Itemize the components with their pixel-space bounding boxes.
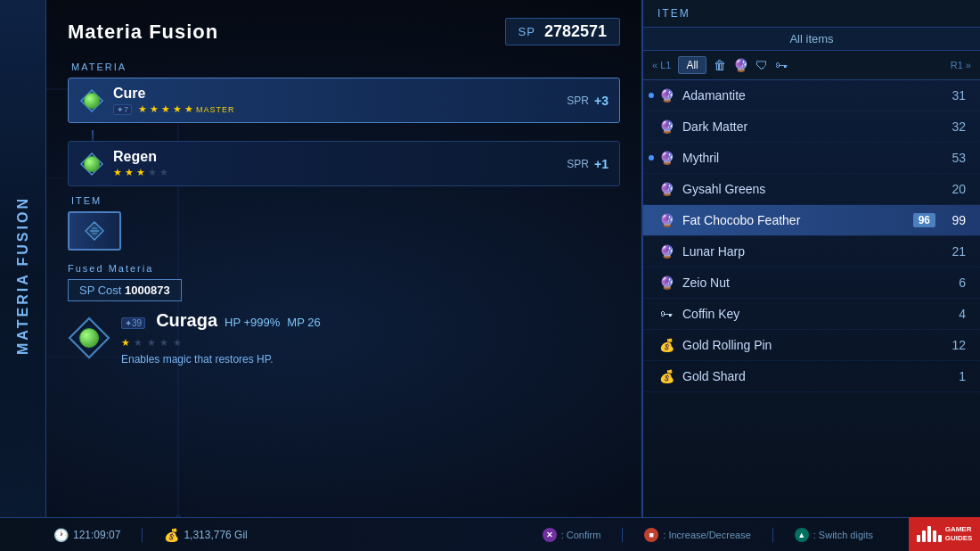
item-name-3: Gysahl Greens [682, 182, 939, 196]
increase-label: : Increase/Decrease [663, 530, 750, 540]
item-qty-badge-4: 96 [913, 213, 935, 227]
cure-info: Cure ✦7 ★ ★ ★ ★ ★ MASTER [113, 86, 567, 115]
separator-2 [622, 528, 623, 542]
separator-3 [772, 528, 773, 542]
item-name-4: Fat Chocobo Feather [682, 213, 913, 227]
item-row[interactable]: 🔮Adamantite31 [643, 80, 980, 111]
item-icon-7: 🗝 [657, 305, 675, 323]
filter-icon-shield[interactable]: 🛡 [755, 58, 768, 72]
sq-button-icon: ■ [644, 528, 658, 542]
item-row[interactable]: 🔮Mythril53 [643, 143, 980, 174]
watermark-text: GAMERGUIDES [945, 525, 973, 542]
sidebar: Materia Fusion [0, 0, 46, 551]
fused-result: ✦39 Curaga HP +999% MP 26 ★ ★ ★ ★ ★ Enab… [68, 310, 620, 366]
fused-orb [79, 328, 99, 348]
clock-icon: 🕐 [53, 528, 69, 542]
tri-button-icon: ▲ [795, 528, 809, 542]
item-qty-3: 20 [939, 182, 966, 196]
item-name-2: Mythril [682, 151, 939, 165]
item-row[interactable]: 💰Gold Shard1 [643, 361, 980, 392]
item-row[interactable]: 🔮Zeio Nut6 [643, 267, 980, 299]
materia-slot-cure[interactable]: Cure ✦7 ★ ★ ★ ★ ★ MASTER SPR +3 [68, 78, 620, 123]
item-qty-5: 21 [939, 244, 966, 259]
confirm-hint: ✕ : Confirm [543, 528, 601, 542]
nav-left[interactable]: « L1 [652, 60, 671, 70]
switch-label: : Switch digits [813, 530, 873, 540]
clock-value: 121:09:07 [73, 529, 120, 541]
item-name-9: Gold Shard [682, 369, 939, 383]
right-panel: ITEM All items « L1 All 🗑 🔮 🛡 🗝 R1 » 🔮Ad… [641, 0, 980, 517]
materia-diamond-cure [79, 88, 104, 113]
main-panel: Materia Fusion SP 2782571 MATERIA Cure ✦… [46, 0, 641, 517]
item-dot [649, 155, 654, 160]
cure-stat-value: +3 [594, 94, 608, 108]
fused-stat-hp: HP +999% [225, 316, 280, 329]
item-row[interactable]: 💰Gold Rolling Pin12 [643, 330, 980, 361]
fused-name: Curaga [156, 310, 217, 331]
connector-line-1 [92, 130, 94, 141]
fused-info: ✦39 Curaga HP +999% MP 26 ★ ★ ★ ★ ★ Enab… [121, 310, 620, 366]
cure-orb [84, 93, 100, 109]
item-row[interactable]: 🔮Dark Matter32 [643, 111, 980, 143]
fused-label: Fused Materia [68, 263, 620, 274]
item-panel-header: ITEM [643, 0, 980, 28]
item-slot-diamond [85, 221, 104, 241]
item-qty-9: 1 [939, 369, 966, 383]
item-row[interactable]: 🔮Lunar Harp21 [643, 236, 980, 267]
watermark: GAMERGUIDES [909, 517, 980, 551]
item-qty-7: 4 [939, 307, 966, 321]
item-icon-0: 🔮 [657, 86, 675, 104]
materia-slot-regen[interactable]: Regen ★ ★ ★ ★ ★ SPR +1 [68, 141, 620, 186]
wm-bar-1 [917, 535, 920, 542]
gil-icon: 💰 [164, 528, 179, 542]
item-qty-8: 12 [939, 338, 966, 352]
item-qty-1: 32 [939, 119, 966, 134]
materia-diamond-regen [79, 152, 104, 177]
wm-bar-2 [922, 530, 926, 542]
item-row[interactable]: 🔮Gysahl Greens20 [643, 174, 980, 205]
cure-stars: ✦7 ★ ★ ★ ★ ★ MASTER [113, 103, 567, 115]
item-row[interactable]: 🔮Fat Chocobo Feather9699 [643, 205, 980, 236]
regen-info: Regen ★ ★ ★ ★ ★ [113, 149, 567, 178]
item-slot[interactable] [68, 211, 121, 251]
fused-diamond [68, 317, 110, 359]
wm-bar-4 [933, 530, 936, 542]
item-name-8: Gold Rolling Pin [682, 338, 939, 352]
clock-item: 🕐 121:09:07 [53, 528, 120, 542]
filter-icon-key[interactable]: 🗝 [775, 58, 788, 72]
regen-stat: SPR +1 [567, 157, 608, 171]
bottom-bar: 🕐 121:09:07 💰 1,313,776 Gil ✕ : Confirm … [0, 517, 980, 551]
filter-all-btn[interactable]: All [678, 56, 706, 74]
item-icon-8: 💰 [657, 336, 675, 354]
cure-name: Cure [113, 86, 567, 102]
all-items-bar: All items [643, 28, 980, 51]
gil-value: 1,313,776 Gil [184, 529, 247, 541]
item-icon-4: 🔮 [657, 211, 675, 229]
item-name-1: Dark Matter [682, 119, 939, 134]
materia-section-label: MATERIA [71, 62, 620, 72]
filter-icon-orb[interactable]: 🔮 [733, 58, 748, 72]
switch-hint: ▲ : Switch digits [795, 528, 873, 542]
master-badge: MASTER [196, 105, 235, 114]
watermark-bars [917, 526, 942, 542]
filter-icon-trash[interactable]: 🗑 [714, 58, 726, 72]
sp-label: SP [519, 25, 535, 38]
sp-cost-box: SP Cost 1000873 [68, 279, 182, 301]
item-row[interactable]: 🗝Coffin Key4 [643, 299, 980, 330]
item-icon-5: 🔮 [657, 243, 675, 260]
sp-value: 2782571 [544, 22, 607, 41]
wm-bar-5 [938, 535, 942, 542]
sp-cost-value: 1000873 [125, 284, 170, 297]
wm-bar-3 [927, 526, 931, 542]
item-name-7: Coffin Key [682, 307, 939, 321]
item-dot [649, 93, 654, 98]
item-section: ITEM [68, 195, 620, 251]
separator-1 [142, 528, 143, 542]
regen-stars: ★ ★ ★ ★ ★ [113, 167, 567, 178]
item-section-label: ITEM [71, 195, 620, 206]
fused-stars: ★ ★ ★ ★ ★ [121, 333, 620, 350]
nav-right[interactable]: R1 » [951, 60, 971, 70]
filter-bar: « L1 All 🗑 🔮 🛡 🗝 R1 » [643, 51, 980, 80]
confirm-label: : Confirm [561, 530, 601, 540]
cure-stat: SPR +3 [567, 94, 608, 108]
